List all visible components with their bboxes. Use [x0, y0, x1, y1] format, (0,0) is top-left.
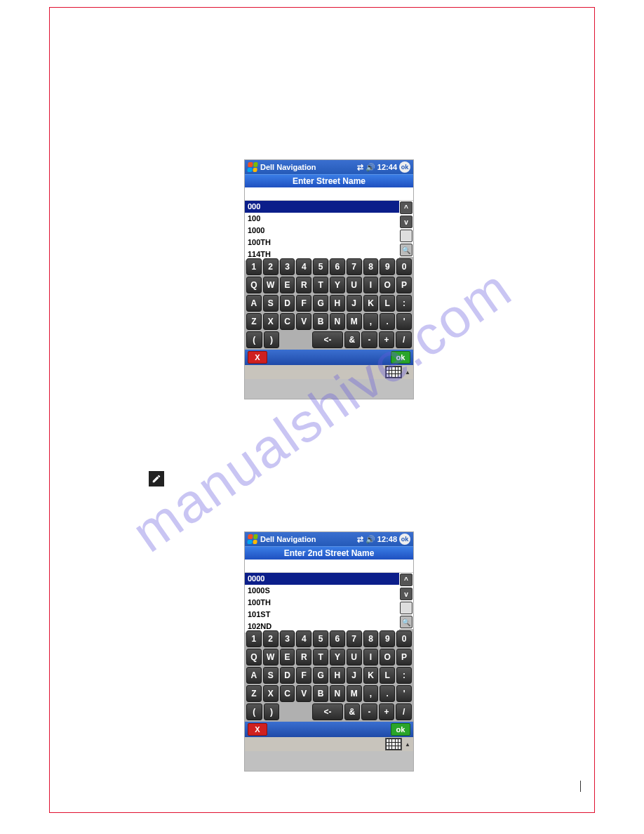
key-g[interactable]: G [313, 295, 328, 312]
list-item[interactable]: 0000 [245, 573, 399, 585]
key-,[interactable]: , [363, 685, 379, 702]
key-0[interactable]: 0 [396, 630, 412, 647]
key-backspace[interactable]: <- [312, 331, 342, 348]
text-input[interactable] [245, 560, 413, 573]
key-6[interactable]: 6 [330, 258, 345, 275]
key-backspace[interactable]: <- [312, 703, 342, 720]
key-0[interactable]: 0 [396, 258, 412, 275]
key-e[interactable]: E [280, 649, 295, 666]
key-c[interactable]: C [280, 685, 295, 702]
cancel-button[interactable]: X [248, 723, 267, 736]
key-9[interactable]: 9 [380, 630, 395, 647]
key-:[interactable]: : [396, 667, 412, 684]
key-4[interactable]: 4 [296, 258, 311, 275]
key-:[interactable]: : [396, 295, 412, 312]
key-b[interactable]: B [313, 313, 328, 330]
key-&[interactable]: & [344, 703, 361, 720]
text-input[interactable] [245, 187, 413, 201]
key-w[interactable]: W [263, 649, 279, 666]
key-.[interactable]: . [380, 685, 395, 702]
key-,[interactable]: , [363, 313, 379, 330]
key-w[interactable]: W [263, 277, 279, 293]
key-h[interactable]: H [330, 295, 345, 312]
key-f[interactable]: F [296, 667, 311, 684]
key-'[interactable]: ' [396, 685, 412, 702]
scroll-down-button[interactable]: v [400, 216, 412, 228]
key-l[interactable]: L [380, 667, 395, 684]
key-e[interactable]: E [280, 277, 295, 293]
key-y[interactable]: Y [330, 277, 345, 293]
key-)[interactable]: ) [264, 703, 280, 720]
ok-circle-button[interactable]: ok [399, 534, 410, 545]
connectivity-icon[interactable]: ⇄ [357, 164, 363, 171]
key-a[interactable]: A [246, 295, 262, 312]
scroll-track[interactable] [400, 602, 412, 614]
sip-arrow-icon[interactable]: ▲ [405, 741, 410, 748]
list-item[interactable]: 100TH [245, 597, 399, 609]
key-p[interactable]: P [396, 649, 412, 666]
key-x[interactable]: X [263, 313, 279, 330]
key-d[interactable]: D [280, 295, 295, 312]
list-item[interactable]: 100TH [245, 237, 399, 249]
scroll-up-button[interactable]: ^ [400, 574, 412, 586]
list-item[interactable]: 100 [245, 213, 399, 225]
key-v[interactable]: V [296, 313, 311, 330]
magnify-icon[interactable]: 🔍 [400, 244, 412, 256]
key-g[interactable]: G [313, 667, 328, 684]
key-l[interactable]: L [380, 295, 395, 312]
volume-icon[interactable]: 🔊 [365, 164, 375, 171]
scroll-track[interactable] [400, 230, 412, 242]
key-q[interactable]: Q [246, 277, 262, 293]
key-)[interactable]: ) [264, 331, 280, 348]
scroll-down-button[interactable]: v [400, 588, 412, 600]
ok-button[interactable]: ok [391, 723, 410, 736]
key-'[interactable]: ' [396, 313, 412, 330]
cancel-button[interactable]: X [248, 351, 267, 364]
key-o[interactable]: O [380, 649, 395, 666]
key-m[interactable]: M [347, 313, 362, 330]
key-9[interactable]: 9 [380, 258, 395, 275]
key-v[interactable]: V [296, 685, 311, 702]
sip-keyboard-icon[interactable] [385, 738, 402, 750]
key-o[interactable]: O [380, 277, 395, 293]
key-x[interactable]: X [263, 685, 279, 702]
key-n[interactable]: N [330, 313, 345, 330]
list-item[interactable]: 1000S [245, 585, 399, 597]
ok-button[interactable]: ok [391, 351, 410, 364]
list-item[interactable]: 000 [245, 201, 399, 213]
key-z[interactable]: Z [246, 685, 262, 702]
key-3[interactable]: 3 [280, 630, 295, 647]
key-p[interactable]: P [396, 277, 412, 293]
connectivity-icon[interactable]: ⇄ [357, 536, 363, 543]
key-b[interactable]: B [313, 685, 328, 702]
windows-flag-icon[interactable] [247, 162, 257, 172]
key-y[interactable]: Y [330, 649, 345, 666]
key-+[interactable]: + [379, 703, 395, 720]
list-item[interactable]: 101ST [245, 609, 399, 621]
key--[interactable]: - [361, 331, 377, 348]
key-/[interactable]: / [396, 331, 412, 348]
key-a[interactable]: A [246, 667, 262, 684]
key-c[interactable]: C [280, 313, 295, 330]
key-i[interactable]: I [363, 277, 379, 293]
key-([interactable]: ( [246, 703, 262, 720]
key-j[interactable]: J [347, 295, 362, 312]
scroll-up-button[interactable]: ^ [400, 201, 412, 214]
key-r[interactable]: R [296, 277, 311, 293]
key--[interactable]: - [361, 703, 377, 720]
key-/[interactable]: / [396, 703, 412, 720]
key-i[interactable]: I [363, 649, 379, 666]
key-r[interactable]: R [296, 649, 311, 666]
key-s[interactable]: S [263, 295, 279, 312]
key-8[interactable]: 8 [363, 258, 379, 275]
key-2[interactable]: 2 [263, 630, 279, 647]
key-1[interactable]: 1 [246, 258, 262, 275]
key-.[interactable]: . [380, 313, 395, 330]
ok-circle-button[interactable]: ok [399, 161, 410, 173]
windows-flag-icon[interactable] [247, 534, 257, 544]
key-t[interactable]: T [313, 277, 328, 293]
key-7[interactable]: 7 [347, 630, 362, 647]
key-m[interactable]: M [347, 685, 362, 702]
key-u[interactable]: U [347, 277, 362, 293]
list-item[interactable]: 1000 [245, 225, 399, 237]
